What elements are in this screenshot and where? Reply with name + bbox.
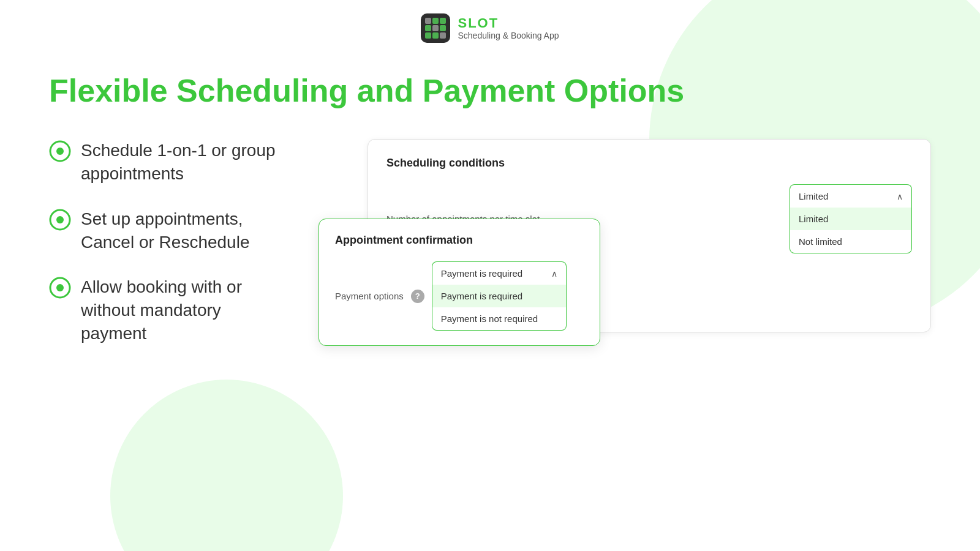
logo-dot [425,25,431,31]
appointment-card: Appointment confirmation Payment options… [318,219,600,346]
logo-dot [432,25,439,31]
list-item: Set up appointments, Cancel or Reschedul… [49,208,282,254]
logo-dot [440,32,446,39]
payment-row: Payment options ? Payment is required Pa… [335,261,584,331]
main-content: Flexible Scheduling and Payment Options … [0,49,980,433]
payment-dropdown-trigger[interactable]: Payment is required [432,261,567,285]
dropdown-option-not-required[interactable]: Payment is not required [432,307,566,330]
logo-dot [425,32,431,39]
payment-dropdown-menu: Payment is required Payment is not requi… [432,285,567,331]
help-icon[interactable]: ? [411,290,424,303]
bullet-text-3: Allow booking with or without mandatory … [81,276,282,345]
logo-dot [432,32,439,39]
logo-dot [440,18,446,24]
scheduling-card-title: Scheduling conditions [386,157,912,170]
limited-dropdown-trigger[interactable]: Limited [790,184,912,208]
payment-options-label: Payment options [335,291,404,301]
logo-dot [432,18,439,24]
dropdown-option-required[interactable]: Payment is required [432,285,566,307]
logo-subtitle: Scheduling & Booking App [458,31,559,40]
logo-dot [425,18,431,24]
svg-point-5 [56,284,64,291]
bullet-icon-3 [49,277,71,299]
logo-dot [440,25,446,31]
logo-text-block: SLOT Scheduling & Booking App [458,16,559,40]
logo-grid [425,18,446,39]
chevron-up-icon [897,191,903,201]
logo-title: SLOT [458,16,559,31]
header: SLOT Scheduling & Booking App [0,0,980,49]
appointment-card-title: Appointment confirmation [335,234,584,247]
logo-icon [421,13,450,43]
chevron-up-icon [551,268,557,279]
dropdown-option-limited[interactable]: Limited [790,208,911,230]
list-item: Schedule 1-on-1 or group appointments [49,139,282,186]
payment-dropdown-value: Payment is required [441,268,522,279]
payment-dropdown-wrapper: Payment is required Payment is required … [432,261,567,331]
svg-point-3 [56,216,64,223]
limited-dropdown-menu: Limited Not limited [790,208,912,253]
svg-point-1 [56,148,64,155]
limited-dropdown-wrapper: Limited Limited Not limited [790,184,912,253]
bullet-text-2: Set up appointments, Cancel or Reschedul… [81,208,282,254]
page-title: Flexible Scheduling and Payment Options [49,73,931,108]
limited-dropdown-value: Limited [799,191,828,201]
content-row: Schedule 1-on-1 or group appointments Se… [49,139,931,433]
bullet-icon-2 [49,209,71,231]
dropdown-option-not-limited[interactable]: Not limited [790,230,911,253]
list-item: Allow booking with or without mandatory … [49,276,282,345]
bullet-text-1: Schedule 1-on-1 or group appointments [81,139,282,186]
bullet-icon-1 [49,140,71,162]
bullet-list: Schedule 1-on-1 or group appointments Se… [49,139,282,345]
ui-panels: Scheduling conditions Number of appointm… [318,139,931,433]
